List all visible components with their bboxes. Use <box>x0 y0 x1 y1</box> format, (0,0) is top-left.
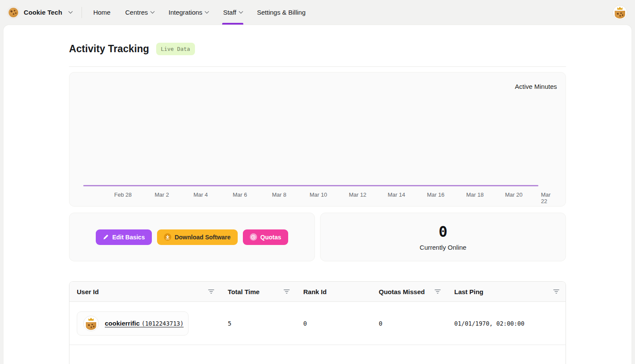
live-data-badge: Live Data <box>156 43 195 55</box>
x-tick: Mar 22 <box>541 191 557 204</box>
brand-menu[interactable]: Cookie Tech <box>7 6 72 19</box>
currently-online-card: 0 Currently Online <box>320 213 566 261</box>
crowned-cookie-icon <box>615 11 625 19</box>
user-id-cell: cookierrific (1012243713) <box>69 311 220 336</box>
chart-series-line <box>83 185 538 186</box>
currently-online-value: 0 <box>439 223 447 240</box>
edit-basics-button[interactable]: Edit Basics <box>96 229 151 245</box>
rank-id-cell: 0 <box>296 320 371 327</box>
button-label: Quotas <box>261 234 281 241</box>
cookie-icon <box>9 8 18 17</box>
column-label: Rank Id <box>303 288 327 295</box>
chart-legend-active-minutes: Active Minutes <box>515 83 557 90</box>
chevron-down-icon <box>205 9 209 14</box>
x-tick: Mar 4 <box>193 191 207 198</box>
nav-items: Home Centres Integrations Staff Settings… <box>93 0 305 25</box>
nav-divider <box>82 7 82 18</box>
table-row: cookierrific (1012243713) 5 0 0 01/01/19… <box>69 302 566 345</box>
column-label: Last Ping <box>454 288 484 295</box>
table-row-empty <box>69 345 566 364</box>
column-header-total-time: Total Time <box>220 288 296 295</box>
page-header: Activity Tracking Live Data <box>69 43 566 55</box>
filter-lines-icon[interactable] <box>434 289 441 294</box>
column-label: Quotas Missed <box>379 288 425 295</box>
x-tick: Mar 14 <box>388 191 405 198</box>
x-tick: Mar 18 <box>466 191 484 198</box>
user-profile-link[interactable]: cookierrific (1012243713) <box>77 311 189 336</box>
pencil-icon <box>103 234 109 240</box>
x-tick: Feb 28 <box>114 191 132 198</box>
filter-lines-icon[interactable] <box>283 289 290 294</box>
x-tick: Mar 8 <box>272 191 286 198</box>
column-label: User Id <box>77 288 99 295</box>
filter-lines-icon[interactable] <box>553 289 560 294</box>
download-software-button[interactable]: Download Software <box>157 229 238 245</box>
chevron-down-icon <box>239 9 243 14</box>
nav-item-label: Settings & Billing <box>257 9 306 16</box>
nav-item-label: Home <box>93 9 110 16</box>
chevron-down-icon <box>150 9 154 14</box>
nav-item-label: Centres <box>125 9 148 16</box>
x-tick: Mar 10 <box>310 191 327 198</box>
nav-item-centres[interactable]: Centres <box>125 0 154 25</box>
user-name: cookierrific <box>105 320 140 327</box>
activity-chart: Active Minutes Feb 28 Mar 2 Mar 4 Mar 6 … <box>69 72 566 207</box>
nav-item-label: Staff <box>223 9 236 16</box>
nav-item-label: Integrations <box>169 9 202 16</box>
x-tick: Mar 20 <box>505 191 522 198</box>
actions-card: Edit Basics Download Software Quotas <box>69 213 315 261</box>
nav-item-staff[interactable]: Staff <box>223 0 242 25</box>
filter-lines-icon[interactable] <box>208 289 214 294</box>
column-label: Total Time <box>228 288 260 295</box>
cookie-icon <box>86 322 96 330</box>
button-label: Edit Basics <box>112 234 145 241</box>
x-tick: Mar 6 <box>233 191 247 198</box>
currently-online-label: Currently Online <box>420 244 466 251</box>
column-header-user-id: User Id <box>69 288 220 295</box>
nav-item-integrations[interactable]: Integrations <box>169 0 208 25</box>
crown-icon <box>617 7 622 10</box>
page-title: Activity Tracking <box>69 43 149 55</box>
brand-name: Cookie Tech <box>24 9 62 16</box>
column-header-rank-id: Rank Id <box>296 288 371 295</box>
top-nav: Cookie Tech Home Centres Integrations St… <box>0 0 635 25</box>
user-id: (1012243713) <box>141 320 184 327</box>
table-header-row: User Id Total Time Rank Id Quotas Missed <box>69 282 566 302</box>
nav-item-home[interactable]: Home <box>93 0 110 25</box>
x-tick: Mar 12 <box>349 191 366 198</box>
total-time-cell: 5 <box>220 320 296 327</box>
crowned-cookie-avatar <box>83 316 99 331</box>
quotas-button[interactable]: Quotas <box>243 229 288 245</box>
column-header-quotas-missed: Quotas Missed <box>371 288 447 295</box>
x-tick: Mar 16 <box>427 191 444 198</box>
staff-activity-table: User Id Total Time Rank Id Quotas Missed <box>69 281 566 364</box>
last-ping-cell: 01/01/1970, 02:00:00 <box>447 320 566 327</box>
main-panel: Activity Tracking Live Data Active Minut… <box>3 25 632 364</box>
header-divider <box>69 66 566 67</box>
quotas-missed-cell: 0 <box>371 320 447 327</box>
nav-item-settings-billing[interactable]: Settings & Billing <box>257 0 306 25</box>
x-tick: Mar 2 <box>154 191 169 198</box>
download-circle-icon <box>164 233 171 241</box>
user-avatar[interactable] <box>613 5 627 20</box>
crown-icon <box>88 318 94 321</box>
chevron-down-icon <box>69 9 73 14</box>
button-label: Download Software <box>175 234 231 241</box>
clock-icon <box>250 233 257 241</box>
user-link-text: cookierrific (1012243713) <box>105 320 184 327</box>
column-header-last-ping: Last Ping <box>447 288 566 295</box>
brand-logo <box>7 6 20 19</box>
